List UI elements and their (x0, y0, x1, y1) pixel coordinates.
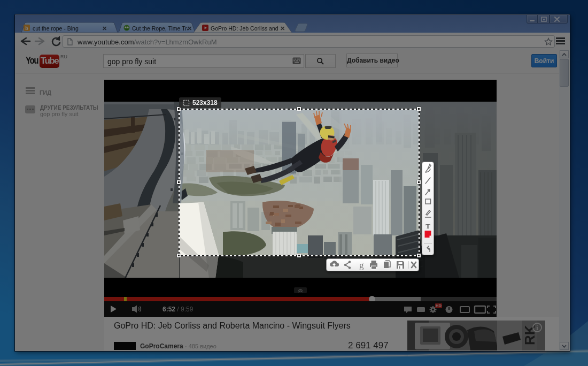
svg-text:T: T (425, 222, 430, 230)
svg-text:g: g (359, 260, 364, 270)
